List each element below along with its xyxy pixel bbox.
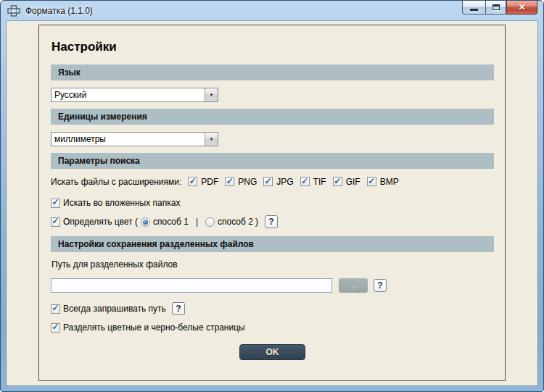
method2-label[interactable]: способ 2 <box>218 217 253 227</box>
nested-folders-row: ✓ Искать во вложенных папках <box>51 198 494 208</box>
close-button[interactable]: ✕ <box>506 1 537 14</box>
page-title: Настройки <box>51 40 494 54</box>
check-icon: ✓ <box>51 199 59 206</box>
check-icon: ✓ <box>226 178 234 185</box>
language-selected-value: Русский <box>51 90 87 100</box>
check-icon: ✓ <box>51 323 59 330</box>
detect-color-row: ✓ Определять цвет ( способ 1 | способ 2 … <box>51 215 494 228</box>
split-pages-label[interactable]: Разделять цветные и черно-белые страницы <box>63 322 245 333</box>
bmp-checkbox[interactable]: ✓ <box>367 177 376 186</box>
path-row: ... ? <box>51 278 494 293</box>
gif-label[interactable]: GIF <box>346 177 360 187</box>
units-selected-value: миллиметры <box>51 134 106 144</box>
check-icon: ✓ <box>189 178 197 185</box>
jpg-label[interactable]: JPG <box>276 177 293 187</box>
split-pages-row: ✓ Разделять цветные и черно-белые страни… <box>51 322 494 333</box>
app-window: Форматка (1.1.0) ✕ Настройки Язык Русски… <box>0 0 544 392</box>
section-header-units: Единицы измерения <box>51 109 494 125</box>
minimize-icon <box>470 9 478 11</box>
units-select[interactable]: миллиметры ▼ <box>51 132 218 146</box>
language-select[interactable]: Русский ▼ <box>51 88 218 102</box>
png-checkbox[interactable]: ✓ <box>225 177 234 186</box>
always-ask-help-button[interactable]: ? <box>172 302 185 315</box>
section-header-save: Настройки сохранения разделенных файлов <box>51 236 494 252</box>
check-icon: ✓ <box>51 304 59 312</box>
window-title: Форматка (1.1.0) <box>25 6 93 16</box>
app-icon <box>7 5 20 17</box>
methods-separator: | <box>196 217 198 227</box>
settings-panel: Настройки Язык Русский ▼ Единицы измерен… <box>38 25 506 381</box>
gif-checkbox[interactable]: ✓ <box>333 177 342 186</box>
tif-checkbox[interactable]: ✓ <box>300 177 310 186</box>
check-icon: ✓ <box>301 178 308 185</box>
footer: OK <box>51 344 494 360</box>
ok-button[interactable]: OK <box>239 344 305 360</box>
split-pages-checkbox[interactable]: ✓ <box>51 323 60 333</box>
always-ask-label[interactable]: Всегда запрашивать путь <box>63 304 166 314</box>
check-icon: ✓ <box>368 178 375 185</box>
path-input[interactable] <box>51 278 332 293</box>
extension-tif: ✓ TIF <box>300 177 326 187</box>
method1-label[interactable]: способ 1 <box>153 217 189 227</box>
detect-color-close-paren: ) <box>255 217 258 227</box>
png-label[interactable]: PNG <box>238 177 257 187</box>
bmp-label[interactable]: BMP <box>380 177 399 187</box>
window-controls: ✕ <box>462 1 537 14</box>
check-icon: ✓ <box>334 178 341 185</box>
browse-button[interactable]: ... <box>339 278 368 293</box>
extension-gif: ✓ GIF <box>333 177 360 187</box>
extensions-label: Искать файлы с расширениями: <box>51 177 181 187</box>
chevron-down-icon[interactable]: ▼ <box>205 133 218 146</box>
check-icon: ✓ <box>265 178 272 185</box>
always-ask-checkbox[interactable]: ✓ <box>51 304 60 314</box>
method1-radio[interactable] <box>141 217 150 227</box>
close-icon: ✕ <box>518 3 525 12</box>
path-label: Путь для разделенных файлов <box>51 259 494 270</box>
extension-pdf: ✓ PDF <box>188 177 218 187</box>
method2-radio[interactable] <box>205 217 215 227</box>
nested-folders-checkbox[interactable]: ✓ <box>51 199 60 208</box>
check-icon: ✓ <box>51 217 59 225</box>
path-help-button[interactable]: ? <box>374 279 387 292</box>
detect-color-checkbox[interactable]: ✓ <box>51 217 60 227</box>
pdf-label[interactable]: PDF <box>201 177 218 187</box>
section-header-language: Язык <box>51 64 494 80</box>
jpg-checkbox[interactable]: ✓ <box>263 177 273 186</box>
maximize-button[interactable] <box>485 1 506 14</box>
extension-bmp: ✓ BMP <box>367 177 399 187</box>
detect-color-help-button[interactable]: ? <box>265 215 278 228</box>
client-area: Настройки Язык Русский ▼ Единицы измерен… <box>7 21 537 385</box>
section-header-search: Параметры поиска <box>51 153 494 169</box>
nested-folders-label[interactable]: Искать во вложенных папках <box>63 198 180 208</box>
tif-label[interactable]: TIF <box>313 177 326 187</box>
always-ask-row: ✓ Всегда запрашивать путь ? <box>51 302 494 315</box>
extension-jpg: ✓ JPG <box>263 177 293 187</box>
chevron-down-icon[interactable]: ▼ <box>205 88 218 101</box>
extensions-row: Искать файлы с расширениями: ✓ PDF ✓ PNG… <box>51 176 494 187</box>
detect-color-label[interactable]: Определять цвет ( <box>63 217 138 227</box>
maximize-icon <box>493 4 500 10</box>
pdf-checkbox[interactable]: ✓ <box>188 177 197 186</box>
minimize-button[interactable] <box>462 1 485 14</box>
extension-png: ✓ PNG <box>225 177 257 187</box>
title-bar: Форматка (1.1.0) ✕ <box>1 1 543 21</box>
